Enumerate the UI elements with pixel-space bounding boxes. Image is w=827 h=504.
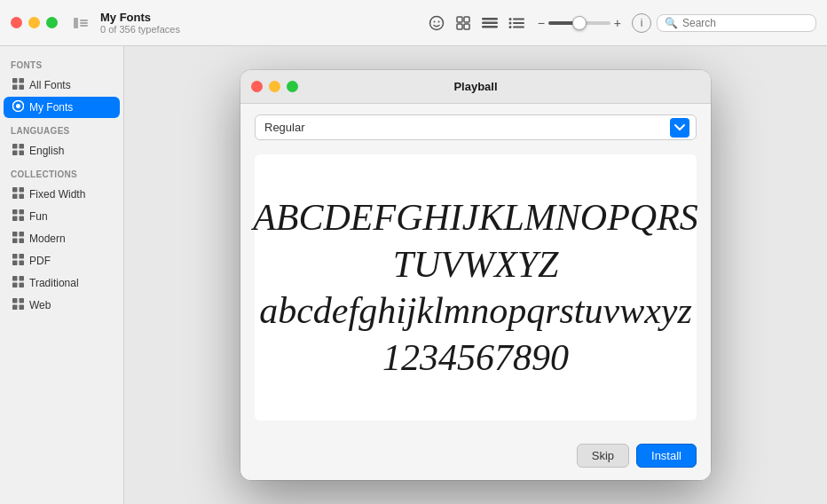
search-bar[interactable]: 🔍 (657, 14, 816, 32)
preview-line-2: TUVWXYZ (253, 241, 698, 288)
web-label: Web (29, 299, 51, 311)
app-title: My Fonts (100, 11, 426, 24)
font-size-slider[interactable] (548, 21, 610, 25)
fixed-width-label: Fixed Width (29, 188, 85, 201)
all-fonts-icon (12, 78, 24, 92)
preview-icon[interactable] (426, 12, 447, 34)
svg-rect-43 (20, 254, 25, 259)
bullet-view-icon[interactable] (506, 12, 527, 34)
sidebar-item-fun[interactable]: Fun (4, 206, 120, 227)
svg-rect-17 (513, 22, 524, 24)
sidebar-item-all-fonts[interactable]: All Fonts (4, 75, 120, 96)
svg-rect-28 (12, 151, 18, 156)
fixed-width-icon (12, 187, 24, 201)
svg-rect-2 (80, 22, 88, 24)
svg-point-6 (437, 20, 439, 22)
svg-rect-34 (12, 209, 18, 215)
svg-rect-45 (20, 261, 25, 266)
svg-point-25 (16, 104, 20, 108)
modal-body: Regular Bold Italic Bold Italic (240, 104, 711, 435)
sidebar-item-web[interactable]: Web (4, 295, 120, 316)
preview-line-4: 1234567890 (253, 335, 698, 382)
content-area: Playball Regular Bold Italic Bold Italic (124, 46, 827, 504)
svg-rect-11 (482, 18, 498, 20)
svg-rect-22 (12, 85, 18, 91)
svg-rect-38 (12, 232, 18, 237)
svg-rect-31 (20, 187, 25, 193)
install-button[interactable]: Install (636, 444, 697, 468)
grid-view-icon[interactable] (453, 12, 474, 34)
traditional-label: Traditional (29, 277, 79, 289)
sidebar-item-english[interactable]: English (4, 140, 120, 161)
web-icon (12, 298, 24, 312)
modal-overlay: Playball Regular Bold Italic Bold Italic (124, 46, 827, 504)
skip-button[interactable]: Skip (577, 444, 629, 468)
slider-max-label: + (614, 16, 621, 30)
svg-rect-20 (12, 78, 18, 83)
svg-rect-37 (20, 217, 25, 222)
svg-rect-47 (20, 276, 25, 281)
sidebar-item-fixed-width[interactable]: Fixed Width (4, 184, 120, 205)
all-fonts-label: All Fonts (29, 79, 71, 91)
modal-close-button[interactable] (251, 81, 263, 92)
svg-rect-29 (20, 151, 25, 156)
svg-point-4 (429, 16, 443, 29)
font-preview-area: ABCDEFGHIJKLMNOPQRS TUVWXYZ abcdefghijkl… (255, 154, 697, 421)
modern-icon (12, 232, 24, 246)
svg-rect-33 (20, 194, 25, 200)
svg-rect-21 (20, 78, 25, 83)
pdf-label: PDF (29, 255, 51, 267)
minimize-button[interactable] (28, 17, 40, 28)
svg-rect-1 (80, 20, 88, 21)
fun-label: Fun (29, 210, 48, 223)
preview-line-1: ABCDEFGHIJKLMNOPQRS (253, 194, 698, 241)
window-controls (11, 17, 58, 28)
svg-rect-32 (12, 194, 18, 200)
pdf-icon (12, 254, 24, 268)
main-content: Fonts All Fonts My Fonts Lan (0, 46, 827, 504)
close-button[interactable] (11, 17, 22, 28)
variant-select[interactable]: Regular Bold Italic Bold Italic (255, 114, 697, 140)
toolbar-icons: − + i 🔍 (426, 12, 816, 34)
sidebar: Fonts All Fonts My Fonts Lan (0, 46, 124, 504)
variant-select-container[interactable]: Regular Bold Italic Bold Italic (255, 114, 697, 140)
fun-icon (12, 209, 24, 224)
sidebar-item-my-fonts[interactable]: My Fonts (4, 97, 120, 118)
modal-title-bar: Playball (240, 70, 711, 104)
search-input[interactable] (682, 17, 808, 29)
font-size-slider-group: − + (538, 16, 621, 30)
font-install-modal: Playball Regular Bold Italic Bold Italic (240, 70, 711, 480)
info-icon[interactable]: i (632, 13, 651, 33)
svg-rect-50 (12, 298, 18, 303)
title-section: My Fonts 0 of 356 typefaces (100, 11, 426, 35)
svg-rect-36 (12, 217, 18, 222)
sidebar-item-modern[interactable]: Modern (4, 228, 120, 249)
svg-rect-30 (12, 187, 18, 193)
sidebar-section-languages: Languages (0, 119, 123, 139)
svg-rect-51 (20, 298, 25, 303)
svg-rect-44 (12, 261, 18, 266)
svg-rect-41 (20, 239, 25, 244)
sidebar-item-pdf[interactable]: PDF (4, 250, 120, 272)
title-bar: My Fonts 0 of 356 typefaces (0, 0, 827, 46)
svg-rect-7 (457, 17, 462, 22)
svg-point-16 (508, 21, 511, 24)
modal-maximize-button[interactable] (287, 81, 298, 92)
svg-rect-15 (513, 18, 524, 20)
modal-title: Playball (453, 80, 497, 93)
svg-rect-49 (20, 283, 25, 288)
svg-rect-46 (12, 276, 18, 281)
modern-label: Modern (29, 232, 66, 245)
sidebar-item-traditional[interactable]: Traditional (4, 272, 120, 294)
english-label: English (29, 145, 64, 157)
maximize-button[interactable] (46, 17, 58, 28)
sidebar-toggle-button[interactable] (68, 13, 93, 33)
svg-rect-40 (12, 239, 18, 244)
svg-rect-10 (464, 24, 469, 29)
svg-rect-42 (12, 254, 18, 259)
modal-minimize-button[interactable] (269, 81, 280, 92)
traditional-icon (12, 276, 24, 290)
sidebar-section-collections: Collections (0, 162, 123, 183)
slider-min-label: − (538, 16, 545, 30)
list-view-icon[interactable] (479, 12, 500, 34)
